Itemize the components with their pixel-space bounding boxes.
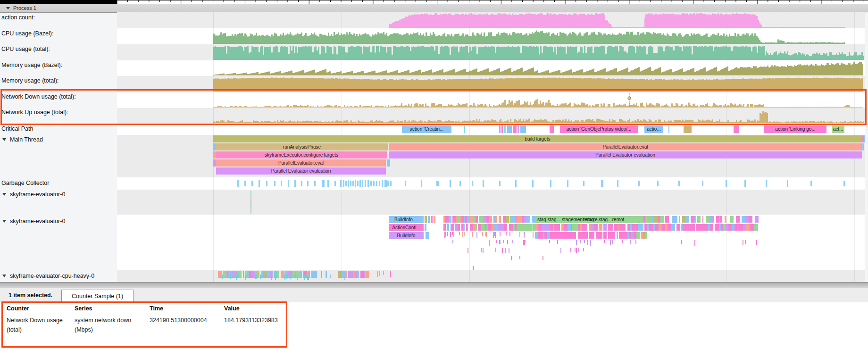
gc-tick[interactable]	[405, 181, 406, 186]
slice[interactable]	[550, 232, 554, 239]
counter-chart-memory-usage-bazel[interactable]	[117, 60, 868, 76]
gc-tick[interactable]	[744, 180, 746, 187]
slice[interactable]	[668, 125, 669, 133]
selected-sample-marker[interactable]	[628, 97, 631, 100]
slice[interactable]	[277, 271, 279, 278]
slice[interactable]	[601, 224, 602, 231]
slice[interactable]	[255, 275, 256, 279]
gc-tick[interactable]	[251, 181, 253, 187]
track-skyframe-evaluator-0-a[interactable]	[117, 190, 868, 215]
track-action-count[interactable]	[117, 12, 868, 28]
slice[interactable]	[387, 159, 390, 167]
slice[interactable]	[425, 224, 426, 231]
slice[interactable]	[518, 216, 522, 223]
slice[interactable]	[267, 271, 270, 278]
gc-tick[interactable]	[567, 180, 568, 188]
gc-tick[interactable]	[436, 181, 439, 186]
slice[interactable]	[281, 271, 284, 278]
slice[interactable]	[654, 216, 658, 223]
slice[interactable]	[426, 232, 429, 239]
slice[interactable]	[495, 232, 496, 238]
gc-tick[interactable]	[367, 180, 369, 187]
track-memory-usage-bazel[interactable]	[117, 60, 868, 76]
slice[interactable]	[449, 216, 451, 223]
slice[interactable]	[330, 275, 331, 278]
slice-parallel-evaluator-evaluation[interactable]: Parallel Evaluator evaluation	[389, 151, 862, 158]
slice[interactable]	[506, 216, 509, 223]
slice-action-creatin-[interactable]: action 'Creatin...	[402, 125, 451, 133]
slice[interactable]	[524, 232, 525, 238]
slice[interactable]	[489, 240, 490, 246]
track-network-up-usage-total[interactable]	[117, 108, 868, 124]
slice[interactable]	[512, 216, 516, 223]
slice[interactable]	[676, 224, 680, 231]
slice[interactable]	[284, 275, 285, 278]
slice[interactable]	[452, 216, 456, 223]
gc-tick[interactable]	[288, 180, 289, 187]
gc-tick[interactable]	[617, 180, 618, 187]
gc-tick[interactable]	[843, 181, 845, 187]
slice[interactable]	[700, 224, 703, 231]
slice[interactable]	[496, 216, 497, 223]
slice[interactable]	[479, 216, 483, 223]
slice[interactable]	[390, 271, 391, 277]
gc-tick[interactable]	[350, 181, 351, 186]
slice[interactable]	[540, 232, 543, 239]
slice[interactable]	[452, 240, 453, 243]
slice[interactable]	[745, 240, 746, 244]
slice[interactable]	[694, 240, 695, 246]
slice[interactable]	[326, 271, 327, 278]
slice[interactable]	[234, 275, 235, 278]
slice[interactable]	[476, 232, 477, 238]
slice[interactable]	[526, 216, 530, 223]
gc-tick[interactable]	[515, 180, 517, 187]
gc-tick[interactable]	[387, 181, 389, 186]
slice[interactable]	[366, 271, 369, 278]
slice[interactable]	[238, 275, 239, 278]
slice[interactable]	[245, 275, 246, 280]
slice[interactable]	[286, 275, 287, 279]
slice[interactable]	[476, 216, 478, 223]
slice[interactable]	[230, 275, 231, 279]
slice[interactable]	[749, 216, 752, 223]
slice[interactable]	[300, 271, 302, 278]
slice[interactable]	[575, 248, 576, 252]
slice[interactable]	[501, 125, 503, 133]
slice[interactable]	[500, 224, 504, 231]
gc-tick[interactable]	[259, 180, 260, 187]
slice[interactable]	[450, 232, 451, 237]
track-cpu-usage-bazel[interactable]	[117, 28, 868, 44]
slice[interactable]	[383, 271, 384, 275]
slice[interactable]	[682, 216, 685, 223]
slice[interactable]	[344, 275, 345, 280]
slice[interactable]	[467, 224, 468, 231]
slice[interactable]	[512, 240, 513, 243]
slice[interactable]	[360, 271, 364, 278]
collapse-triangle-icon[interactable]	[2, 193, 6, 196]
slice-runanalysisphase[interactable]: runAnalysisPhase	[216, 143, 388, 150]
slice[interactable]	[243, 275, 244, 278]
slice[interactable]	[502, 248, 503, 253]
slice[interactable]	[425, 216, 427, 223]
gc-tick[interactable]	[294, 180, 296, 186]
slice[interactable]	[550, 125, 554, 133]
slice[interactable]	[504, 125, 506, 133]
slice[interactable]	[524, 232, 525, 235]
gc-tick[interactable]	[499, 181, 501, 186]
slice-action-genobjcprotos-video-[interactable]: action 'GenObjcProtos video/...	[560, 125, 638, 133]
slice[interactable]	[271, 275, 272, 280]
slice[interactable]	[584, 240, 585, 243]
slice[interactable]	[720, 216, 722, 223]
tab-counter-sample[interactable]: Counter Sample (1)	[61, 290, 134, 303]
gc-tick[interactable]	[314, 181, 316, 186]
gc-tick[interactable]	[678, 181, 680, 187]
slice[interactable]	[617, 232, 618, 239]
counter-chart-cpu-usage-bazel[interactable]	[117, 28, 868, 44]
slice[interactable]	[513, 125, 517, 133]
slice[interactable]	[505, 248, 506, 253]
track-skyframe-evaluator-0-b[interactable]: BuildInfo ...stag:stag...stagement:stag.…	[117, 215, 868, 270]
gc-tick[interactable]	[483, 180, 484, 187]
slice-actionconti-[interactable]: ActionConti...	[389, 224, 424, 231]
slice-skyframeexecutor-configuretargets[interactable]: skyframeExecutor.configureTargets	[216, 151, 387, 158]
gc-tick[interactable]	[421, 180, 422, 187]
